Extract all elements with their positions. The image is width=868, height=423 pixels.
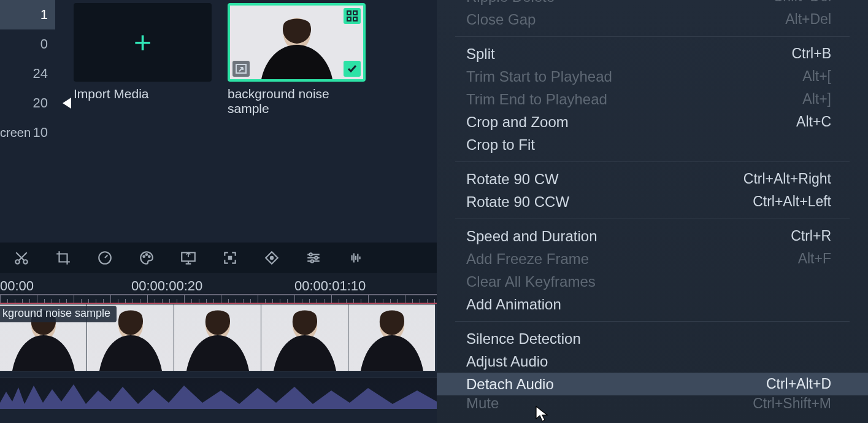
screen-icon[interactable] — [179, 249, 198, 267]
menu-label: Detach Audio — [466, 376, 554, 393]
media-clip[interactable]: background noise sample — [228, 3, 366, 243]
media-bin: + Import Media background noise sampl — [74, 0, 436, 243]
video-track[interactable]: kground noise sample — [0, 304, 437, 371]
menu-item-mute: MuteCtrl+Shift+M — [437, 395, 868, 411]
svg-rect-1 — [347, 11, 351, 15]
import-placeholder[interactable]: + — [74, 3, 212, 82]
menu-shortcut: Alt+C — [796, 114, 831, 130]
menu-label: Adjust Audio — [466, 353, 548, 370]
settings-icon[interactable] — [304, 249, 323, 267]
menu-item-adjust-audio[interactable]: Adjust Audio — [437, 350, 868, 373]
context-menu: Ripple DeleteShift+DelClose GapAlt+DelSp… — [437, 0, 868, 423]
menu-separator — [455, 219, 850, 219]
timeline-frame — [348, 305, 436, 371]
speed-icon[interactable] — [96, 249, 114, 267]
menu-item-crop-and-zoom[interactable]: Crop and ZoomAlt+C — [437, 111, 868, 133]
ruler-time-1: 00:00:00:20 — [131, 278, 202, 294]
fullscreen-icon[interactable] — [221, 249, 239, 267]
grid-icon — [344, 8, 361, 24]
menu-shortcut: Ctrl+R — [791, 228, 831, 244]
menu-label: Mute — [466, 395, 499, 411]
menu-item-silence-detection[interactable]: Silence Detection — [437, 327, 868, 350]
menu-separator — [455, 321, 850, 322]
expand-icon — [232, 61, 250, 77]
menu-item-speed-and-duration[interactable]: Speed and DurationCtrl+R — [437, 225, 868, 247]
menu-label: Ripple Delete — [466, 0, 555, 6]
svg-point-10 — [146, 254, 148, 255]
number-sidebar: 102420creen10 — [0, 0, 55, 243]
menu-label: Rotate 90 CCW — [466, 193, 569, 211]
svg-point-17 — [311, 260, 313, 262]
sidebar-row[interactable]: 24 — [0, 59, 55, 88]
timeline-frame — [261, 305, 348, 371]
menu-label: Speed and Duration — [466, 228, 597, 245]
menu-label: Silence Detection — [466, 330, 581, 347]
clip-thumbnail[interactable] — [228, 3, 366, 82]
menu-label: Split — [466, 45, 495, 63]
timeline[interactable]: kground noise sample — [0, 304, 437, 423]
menu-item-add-animation[interactable]: Add Animation — [437, 293, 868, 316]
menu-item-split[interactable]: SplitCtrl+B — [437, 42, 868, 65]
svg-rect-4 — [353, 17, 357, 21]
menu-separator — [455, 36, 850, 37]
svg-point-15 — [310, 253, 312, 255]
audio-track[interactable] — [0, 378, 437, 408]
menu-shortcut: Alt+Del — [785, 11, 831, 28]
plus-icon: + — [134, 27, 152, 58]
menu-item-clear-all-keyframes: Clear All Keyframes — [437, 270, 868, 293]
menu-shortcut: Alt+] — [802, 91, 831, 107]
menu-shortcut: Ctrl+Alt+Right — [743, 171, 831, 187]
check-icon — [344, 61, 361, 77]
timeline-toolbar — [0, 243, 437, 273]
sidebar-row[interactable]: 1 — [0, 0, 55, 29]
ruler-time-2: 00:00:01:10 — [294, 278, 366, 294]
timeline-ruler[interactable]: 00:00 00:00:00:20 00:00:01:10 — [0, 273, 437, 304]
sidebar-row[interactable]: 0 — [0, 29, 55, 59]
audio-icon[interactable] — [346, 249, 364, 267]
menu-label: Add Freeze Frame — [466, 250, 589, 268]
svg-point-14 — [271, 257, 273, 259]
menu-shortcut: Alt+F — [798, 250, 831, 267]
menu-label: Crop to Fit — [466, 136, 535, 153]
svg-point-9 — [143, 256, 145, 258]
cut-icon[interactable] — [12, 249, 31, 267]
menu-item-ripple-delete: Ripple DeleteShift+Del — [437, 0, 868, 8]
svg-rect-2 — [353, 11, 357, 15]
sidebar-row[interactable]: 20 — [0, 88, 55, 118]
menu-label: Add Animation — [466, 296, 561, 313]
menu-item-rotate-90-cw[interactable]: Rotate 90 CWCtrl+Alt+Right — [437, 168, 868, 190]
color-icon[interactable] — [137, 249, 156, 267]
menu-shortcut: Ctrl+Alt+Left — [753, 193, 831, 210]
menu-label: Crop and Zoom — [466, 114, 569, 131]
menu-item-crop-to-fit[interactable]: Crop to Fit — [437, 133, 868, 156]
menu-shortcut: Ctrl+Shift+M — [753, 395, 831, 411]
menu-item-rotate-90-ccw[interactable]: Rotate 90 CCWCtrl+Alt+Left — [437, 190, 868, 213]
menu-label: Trim Start to Playhead — [466, 68, 612, 85]
ruler-time-0: 00:00 — [0, 278, 34, 294]
clip-label: background noise sample — [228, 87, 366, 116]
import-media-slot[interactable]: + Import Media — [74, 3, 212, 243]
menu-shortcut: Alt+[ — [802, 68, 831, 85]
menu-item-close-gap: Close GapAlt+Del — [437, 8, 868, 31]
cursor-icon — [535, 405, 548, 423]
menu-separator — [455, 161, 850, 162]
svg-rect-3 — [347, 17, 351, 21]
keyframe-icon[interactable] — [263, 249, 281, 267]
menu-label: Rotate 90 CW — [466, 171, 559, 188]
menu-item-trim-end-to-playhead: Trim End to PlayheadAlt+] — [437, 88, 868, 111]
collapse-icon[interactable] — [63, 98, 71, 109]
svg-point-16 — [315, 257, 317, 259]
menu-label: Clear All Keyframes — [466, 273, 596, 290]
import-label: Import Media — [74, 87, 212, 101]
menu-item-detach-audio[interactable]: Detach AudioCtrl+Alt+D — [437, 373, 868, 395]
menu-label: Trim End to Playhead — [466, 91, 607, 108]
crop-icon[interactable] — [54, 249, 72, 267]
timeline-clip-label: kground noise sample — [0, 306, 117, 322]
sidebar-row[interactable]: creen10 — [0, 118, 55, 147]
timeline-frame — [174, 305, 261, 371]
menu-item-add-freeze-frame: Add Freeze FrameAlt+F — [437, 247, 868, 270]
menu-item-trim-start-to-playhead: Trim Start to PlayheadAlt+[ — [437, 65, 868, 88]
svg-rect-13 — [229, 257, 231, 259]
person-silhouette — [254, 13, 340, 79]
menu-shortcut: Ctrl+Alt+D — [766, 376, 831, 392]
